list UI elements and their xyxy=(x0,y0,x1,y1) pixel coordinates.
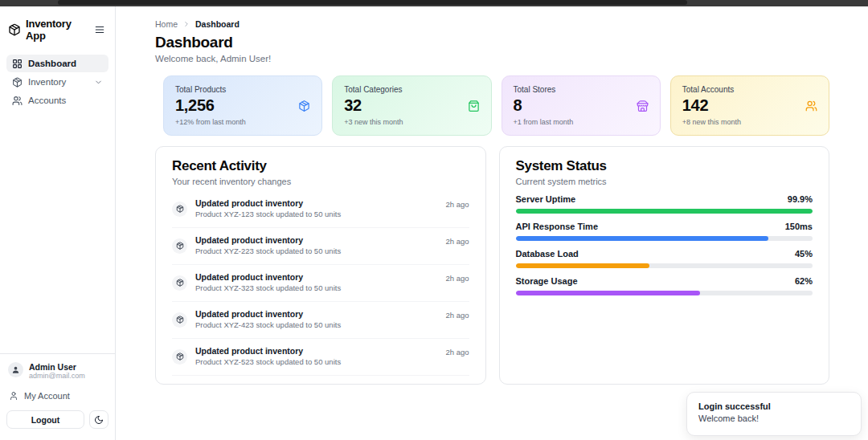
stat-value: 8 xyxy=(514,96,649,115)
breadcrumb-home-link[interactable]: Home xyxy=(155,19,178,29)
progress-fill xyxy=(516,209,813,214)
stats-grid: Total Products 1,256 +12% from last mont… xyxy=(163,75,829,136)
activity-description: Product XYZ-523 stock updated to 50 unit… xyxy=(195,357,437,367)
stat-subtext: +12% from last month xyxy=(175,118,310,126)
activity-item: Updated product inventoryProduct XYZ-123… xyxy=(172,191,469,228)
user-icon xyxy=(9,391,18,401)
app-root: Inventory App Dashboard Inventory xyxy=(0,6,868,440)
activity-title: Updated product inventory xyxy=(195,309,437,320)
metric-value: 45% xyxy=(795,249,813,259)
stat-value: 142 xyxy=(682,96,817,115)
package-logo-icon xyxy=(8,23,21,36)
package-icon xyxy=(172,349,187,365)
progress-track xyxy=(516,263,813,268)
metric-server-uptime: Server Uptime 99.9% xyxy=(516,194,813,214)
moon-icon xyxy=(94,415,104,425)
metric-label: Storage Usage xyxy=(516,276,578,286)
metrics-list: Server Uptime 99.9% API Response Time 15… xyxy=(516,194,813,295)
stat-card-total-stores: Total Stores 8 +1 from last month xyxy=(502,75,661,136)
my-account-link[interactable]: My Account xyxy=(6,389,108,403)
activity-description: Product XYZ-223 stock updated to 50 unit… xyxy=(195,246,437,256)
stat-label: Total Accounts xyxy=(682,85,817,94)
system-status-panel: System Status Current system metrics Ser… xyxy=(499,146,830,385)
activity-timestamp: 2h ago xyxy=(445,237,469,246)
progress-fill xyxy=(516,263,649,268)
activity-description: Product XYZ-123 stock updated to 50 unit… xyxy=(195,210,437,219)
sidebar-footer: Admin User admin@mail.com My Account Log… xyxy=(0,353,115,434)
activity-item: Updated product inventoryProduct XYZ-523… xyxy=(172,339,469,376)
toast-notification[interactable]: Login successful Welcome back! xyxy=(686,392,862,436)
metric-database-load: Database Load 45% xyxy=(516,249,813,268)
breadcrumb: Home Dashboard xyxy=(155,19,829,29)
users-icon xyxy=(805,100,817,112)
sidebar-spacer xyxy=(6,109,108,353)
stat-subtext: +8 new this month xyxy=(682,118,817,126)
metric-api-response-time: API Response Time 150ms xyxy=(516,222,813,241)
avatar xyxy=(8,362,23,377)
main-content: Home Dashboard Dashboard Welcome back, A… xyxy=(116,6,868,440)
package-icon xyxy=(172,275,187,291)
system-status-subtitle: Current system metrics xyxy=(516,177,813,186)
activity-title: Updated product inventory xyxy=(195,235,437,246)
activity-title: Updated product inventory xyxy=(195,272,437,283)
stat-label: Total Products xyxy=(175,85,310,94)
users-icon xyxy=(12,96,23,106)
sidebar-item-label: Inventory xyxy=(28,77,66,87)
user-name: Admin User xyxy=(29,362,85,372)
stat-value: 32 xyxy=(344,96,479,115)
sidebar-item-dashboard[interactable]: Dashboard xyxy=(6,55,108,72)
activity-item: Updated product inventoryProduct XYZ-323… xyxy=(172,265,469,302)
panels-row: Recent Activity Your recent inventory ch… xyxy=(155,146,829,385)
stat-subtext: +1 from last month xyxy=(514,118,649,126)
package-icon xyxy=(172,238,187,254)
activity-timestamp: 2h ago xyxy=(445,200,469,209)
breadcrumb-current: Dashboard xyxy=(195,19,240,29)
shopping-bag-icon xyxy=(468,100,480,112)
user-info: Admin User admin@mail.com xyxy=(6,362,108,381)
stat-label: Total Categories xyxy=(344,85,479,94)
sidebar-item-accounts[interactable]: Accounts xyxy=(6,92,108,109)
activity-item: Updated product inventoryProduct XYZ-223… xyxy=(172,228,469,265)
window-top-bar xyxy=(0,0,868,6)
stat-subtext: +3 new this month xyxy=(344,118,479,126)
sidebar-item-inventory[interactable]: Inventory xyxy=(6,73,108,91)
page-subtitle: Welcome back, Admin User! xyxy=(155,54,829,63)
stat-card-total-products: Total Products 1,256 +12% from last mont… xyxy=(163,75,322,136)
window-top-bar-strip xyxy=(58,0,687,5)
progress-track xyxy=(516,291,813,295)
theme-toggle-button[interactable] xyxy=(89,410,108,429)
stat-card-total-categories: Total Categories 32 +3 new this month xyxy=(332,75,491,136)
system-status-title: System Status xyxy=(516,158,813,174)
activity-timestamp: 2h ago xyxy=(445,274,469,283)
chevron-right-icon xyxy=(182,20,190,28)
app-title: Inventory App xyxy=(26,18,88,42)
my-account-label: My Account xyxy=(24,391,70,401)
progress-fill xyxy=(516,236,768,241)
activity-description: Product XYZ-323 stock updated to 50 unit… xyxy=(195,283,437,293)
metric-label: Database Load xyxy=(516,249,579,259)
user-email: admin@mail.com xyxy=(29,372,85,381)
progress-fill xyxy=(516,291,700,295)
sidebar-toggle-button[interactable] xyxy=(92,22,107,37)
sidebar-item-label: Accounts xyxy=(28,96,66,105)
stat-value: 1,256 xyxy=(175,96,310,115)
package-icon xyxy=(172,312,187,328)
hamburger-menu-icon xyxy=(94,24,105,35)
dashboard-grid-icon xyxy=(12,59,23,69)
activity-list: Updated product inventoryProduct XYZ-123… xyxy=(172,191,469,376)
progress-track xyxy=(516,209,813,214)
metric-value: 150ms xyxy=(785,222,813,231)
metric-storage-usage: Storage Usage 62% xyxy=(516,276,813,295)
package-icon xyxy=(298,100,310,112)
stat-card-total-accounts: Total Accounts 142 +8 new this month xyxy=(670,75,829,136)
package-icon xyxy=(172,202,187,217)
store-icon xyxy=(637,100,649,112)
sidebar-footer-buttons: Logout xyxy=(6,410,108,429)
recent-activity-subtitle: Your recent inventory changes xyxy=(172,177,469,186)
logout-button[interactable]: Logout xyxy=(6,410,84,429)
app-logo: Inventory App xyxy=(6,13,108,45)
metric-value: 99.9% xyxy=(788,194,813,204)
package-icon xyxy=(12,77,23,88)
sidebar-nav: Dashboard Inventory Accounts xyxy=(6,55,108,109)
chevron-down-icon xyxy=(94,78,103,87)
